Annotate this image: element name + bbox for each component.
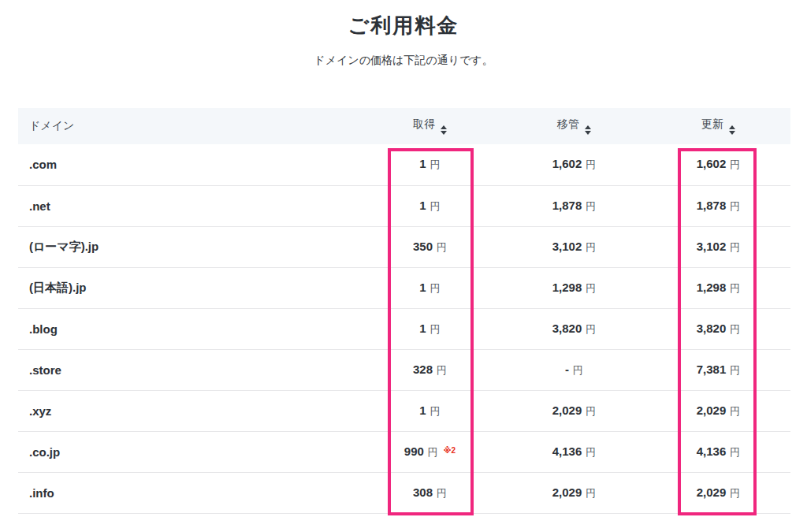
transfer-price-cell: -円: [502, 349, 646, 390]
price-note: ※2: [444, 446, 456, 455]
transfer-price-cell: 1,298円: [502, 267, 646, 308]
yen-suffix: 円: [586, 241, 596, 253]
domain-price-table: ドメイン 取得 移管 更新 .com 1円 1,602円: [18, 108, 790, 514]
price-value: 3,820: [697, 322, 727, 335]
yen-suffix: 円: [430, 158, 441, 170]
domain-cell: (ローマ字).jp: [18, 226, 358, 267]
yen-suffix: 円: [430, 200, 441, 212]
price-value: 308: [413, 485, 433, 499]
yen-suffix: 円: [730, 200, 740, 212]
table-row: .com 1円 1,602円 1,602円: [18, 144, 790, 185]
domain-cell: .blog: [18, 308, 358, 349]
renew-price-cell: 1,878円: [646, 185, 790, 226]
yen-suffix: 円: [586, 200, 596, 212]
price-value: 1,602: [552, 157, 582, 170]
renew-price-cell: 3,102円: [646, 226, 790, 267]
table-row: .co.jp 990円※2 4,136円 4,136円: [18, 431, 790, 472]
page-subtitle: ドメインの価格は下記の通りです。: [0, 54, 807, 68]
price-value: -: [565, 363, 569, 376]
yen-suffix: 円: [730, 158, 740, 170]
acquire-price-cell: 328円: [358, 349, 502, 390]
price-value: 1: [419, 322, 426, 335]
transfer-price-cell: 1,878円: [502, 185, 646, 226]
price-value: 1,878: [697, 199, 727, 212]
table-row: .info 308円 2,029円 2,029円: [18, 472, 790, 513]
yen-suffix: 円: [586, 446, 596, 458]
sort-icon[interactable]: [441, 125, 447, 135]
table-row: .net 1円 1,878円 1,878円: [18, 185, 790, 226]
transfer-price-cell: 4,136円: [502, 431, 646, 472]
pricing-page: ご利用料金 ドメインの価格は下記の通りです。 ドメイン 取得 移管: [0, 0, 807, 532]
acquire-price-cell: 350円: [358, 226, 502, 267]
price-value: 2,029: [552, 404, 582, 417]
yen-suffix: 円: [586, 405, 596, 417]
yen-suffix: 円: [730, 487, 740, 499]
yen-suffix: 円: [437, 487, 447, 499]
sort-icon[interactable]: [729, 125, 735, 135]
renew-price-cell: 2,029円: [646, 390, 790, 431]
yen-suffix: 円: [586, 158, 596, 170]
renew-price-cell: 1,298円: [646, 267, 790, 308]
yen-suffix: 円: [730, 241, 740, 253]
yen-suffix: 円: [437, 241, 447, 253]
transfer-price-cell: 2,029円: [502, 390, 646, 431]
renew-price-cell: 3,820円: [646, 308, 790, 349]
price-value: 1,298: [697, 281, 727, 294]
col-header-acquire[interactable]: 取得: [358, 108, 502, 144]
price-value: 1: [419, 281, 426, 294]
yen-suffix: 円: [730, 446, 740, 458]
col-header-transfer-label: 移管: [557, 117, 579, 130]
yen-suffix: 円: [730, 364, 740, 376]
price-value: 7,381: [697, 363, 727, 376]
renew-price-cell: 2,029円: [646, 472, 790, 513]
price-value: 990: [404, 445, 424, 458]
acquire-price-cell: 1円: [358, 185, 502, 226]
yen-suffix: 円: [586, 323, 596, 335]
col-header-domain: ドメイン: [18, 108, 358, 144]
yen-suffix: 円: [586, 487, 596, 499]
col-header-domain-label: ドメイン: [29, 119, 74, 132]
table-row: .xyz 1円 2,029円 2,029円: [18, 390, 790, 431]
col-header-acquire-label: 取得: [413, 117, 435, 130]
renew-price-cell: 7,381円: [646, 349, 790, 390]
table-row: (ローマ字).jp 350円 3,102円 3,102円: [18, 226, 790, 267]
yen-suffix: 円: [730, 282, 740, 294]
renew-price-cell: 1,602円: [646, 144, 790, 185]
transfer-price-cell: 3,820円: [502, 308, 646, 349]
price-value: 3,102: [697, 240, 727, 253]
domain-cell: .xyz: [18, 390, 358, 431]
price-value: 1: [419, 199, 426, 212]
domain-cell: (日本語).jp: [18, 267, 358, 308]
price-value: 4,136: [552, 445, 582, 458]
acquire-price-cell: 1円: [358, 390, 502, 431]
yen-suffix: 円: [430, 405, 441, 417]
price-value: 328: [413, 363, 433, 376]
yen-suffix: 円: [430, 323, 441, 335]
yen-suffix: 円: [573, 364, 583, 376]
price-value: 1,878: [552, 199, 582, 212]
table-body: .com 1円 1,602円 1,602円 .net 1円 1,878円 1,8…: [18, 144, 790, 513]
acquire-price-cell: 1円: [358, 144, 502, 185]
price-value: 1: [419, 404, 426, 417]
yen-suffix: 円: [730, 323, 740, 335]
col-header-transfer[interactable]: 移管: [502, 108, 646, 144]
renew-price-cell: 4,136円: [646, 431, 790, 472]
table-header-row: ドメイン 取得 移管 更新: [18, 108, 790, 144]
domain-cell: .info: [18, 472, 358, 513]
table-row: (日本語).jp 1円 1,298円 1,298円: [18, 267, 790, 308]
price-value: 1: [419, 157, 426, 170]
yen-suffix: 円: [437, 364, 447, 376]
domain-cell: .net: [18, 185, 358, 226]
acquire-price-cell: 308円: [358, 472, 502, 513]
sort-icon[interactable]: [585, 125, 591, 135]
acquire-price-cell: 1円: [358, 267, 502, 308]
price-value: 3,102: [552, 240, 582, 253]
yen-suffix: 円: [586, 282, 596, 294]
price-value: 3,820: [552, 322, 582, 335]
transfer-price-cell: 3,102円: [502, 226, 646, 267]
col-header-renew[interactable]: 更新: [646, 108, 790, 144]
price-value: 1,602: [697, 157, 727, 170]
price-value: 2,029: [552, 485, 582, 499]
page-title: ご利用料金: [0, 0, 807, 39]
yen-suffix: 円: [430, 282, 441, 294]
